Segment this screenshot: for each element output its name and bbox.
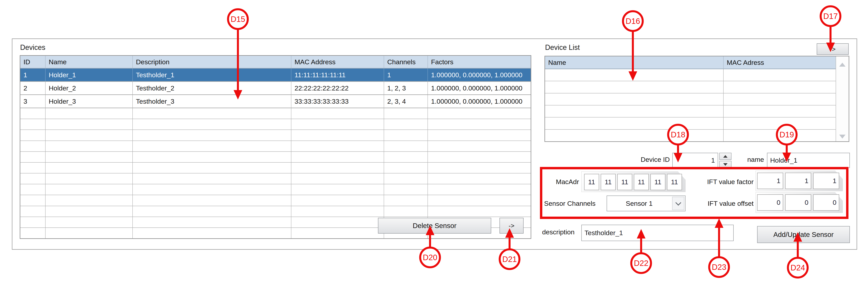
cell-id: 1 (20, 69, 45, 81)
cell-description: Testholder_2 (133, 82, 291, 95)
annotation-arrow (782, 152, 791, 162)
description-input[interactable]: Testholder_1 (581, 225, 734, 241)
cell-factors: 1.000000, 0.000000, 1.000000 (428, 69, 531, 81)
annotation-callout-d16: D16 (622, 10, 644, 32)
annotation-callout-d24: D24 (787, 257, 809, 279)
annotation-callout-d23: D23 (708, 256, 730, 278)
name-label: name (734, 156, 764, 164)
table-row-empty (20, 173, 531, 184)
annotation-line (640, 239, 642, 253)
device-id-label: Device ID (617, 156, 670, 164)
cell-mac: 33:33:33:33:33:33 (291, 95, 384, 108)
annotation-line (508, 238, 510, 249)
table-row-empty (20, 195, 531, 206)
column-header-name[interactable]: Name (545, 57, 723, 69)
table-row[interactable]: 3 Holder_3 Testholder_3 33:33:33:33:33:3… (20, 95, 531, 108)
scrollbar-up-icon[interactable] (839, 63, 845, 67)
annotation-callout-d18: D18 (667, 124, 689, 145)
annotation-arrow (715, 218, 723, 228)
annotation-arrow (826, 43, 835, 52)
table-row-empty (545, 69, 836, 81)
table-row[interactable]: 1 Holder_1 Testholder_1 11:11:11:11:11:1… (20, 69, 531, 82)
delete-sensor-button[interactable]: Delete Sensor (378, 218, 491, 234)
table-row-empty (20, 119, 531, 130)
annotation-callout-d21: D21 (499, 248, 520, 270)
screenshot-canvas: Devices ID Name Description MAC Address … (0, 0, 868, 285)
cell-channels: 1, 2, 3 (384, 82, 428, 95)
annotation-line (797, 242, 799, 258)
device-list-table: Name MAC Adress (545, 56, 849, 142)
devices-table-header: ID Name Description MAC Address Channels… (20, 56, 531, 69)
cell-factors: 1.000000, 0.000000, 1.000000 (428, 95, 531, 108)
column-header-id[interactable]: ID (20, 56, 45, 68)
annotation-arrow (505, 228, 514, 238)
annotation-arrow (234, 90, 242, 100)
name-input[interactable]: Holder_1 (767, 153, 850, 168)
annotation-arrow (674, 153, 682, 163)
table-row-empty (545, 81, 836, 93)
column-header-description[interactable]: Description (133, 56, 291, 68)
column-header-factors[interactable]: Factors (428, 56, 531, 68)
column-header-channels[interactable]: Channels (384, 56, 428, 68)
scrollbar-down-icon[interactable] (839, 135, 845, 139)
cell-channels: 1 (384, 69, 428, 81)
add-update-sensor-button[interactable]: Add/Update Sensor (757, 226, 850, 243)
chevron-up-icon (723, 155, 727, 158)
cell-factors: 1.000000, 0.000000, 1.000000 (428, 82, 531, 95)
annotation-callout-d22: D22 (630, 252, 652, 274)
annotation-line (677, 145, 679, 153)
table-row-empty (20, 130, 531, 141)
table-row-empty (20, 206, 531, 217)
column-header-name[interactable]: Name (45, 56, 133, 68)
table-row-empty (20, 184, 531, 195)
devices-panel-title: Devices (20, 43, 45, 51)
table-row[interactable]: 2 Holder_2 Testholder_2 22:22:22:22:22:2… (20, 82, 531, 95)
chevron-down-icon (723, 163, 727, 166)
cell-id: 3 (20, 95, 45, 108)
cell-channels: 2, 3, 4 (384, 95, 428, 108)
cell-description: Testholder_3 (133, 95, 291, 108)
annotation-line (237, 30, 239, 90)
table-row-empty (20, 141, 531, 152)
device-id-increment-button[interactable] (719, 153, 732, 160)
annotation-callout-d17: D17 (820, 5, 841, 27)
table-row-empty (20, 163, 531, 173)
column-header-mac-address[interactable]: MAC Address (291, 56, 384, 68)
annotation-line (718, 228, 720, 257)
annotation-arrow (794, 232, 802, 242)
table-row-empty (20, 152, 531, 163)
annotation-arrow (637, 229, 646, 239)
description-label: description (542, 228, 575, 236)
device-list-header: Name MAC Adress (545, 57, 836, 69)
annotation-arrow (426, 226, 434, 235)
cell-description: Testholder_1 (133, 69, 291, 81)
annotation-line (830, 27, 832, 43)
cell-name: Holder_3 (45, 95, 133, 108)
annotation-callout-d19: D19 (776, 124, 798, 145)
annotation-line (632, 32, 634, 71)
device-list-title: Device List (545, 43, 580, 51)
annotation-line (786, 145, 788, 152)
table-row-empty (20, 108, 531, 119)
table-row-empty (545, 94, 836, 105)
device-list-scrollbar[interactable] (836, 57, 849, 141)
annotation-callout-d20: D20 (419, 247, 441, 268)
annotation-line (429, 235, 431, 247)
column-header-mac-adress[interactable]: MAC Adress (723, 57, 836, 69)
annotation-callout-d15: D15 (227, 8, 249, 30)
devices-table: ID Name Description MAC Address Channels… (20, 55, 531, 239)
cell-id: 2 (20, 82, 45, 95)
annotation-arrow (628, 71, 637, 81)
cell-name: Holder_1 (45, 69, 133, 81)
cell-name: Holder_2 (45, 82, 133, 95)
table-row-empty (545, 105, 836, 117)
annotation-highlight-rect (540, 167, 848, 219)
cell-mac: 22:22:22:22:22:22 (291, 82, 384, 95)
cell-mac: 11:11:11:11:11:11 (291, 69, 384, 81)
